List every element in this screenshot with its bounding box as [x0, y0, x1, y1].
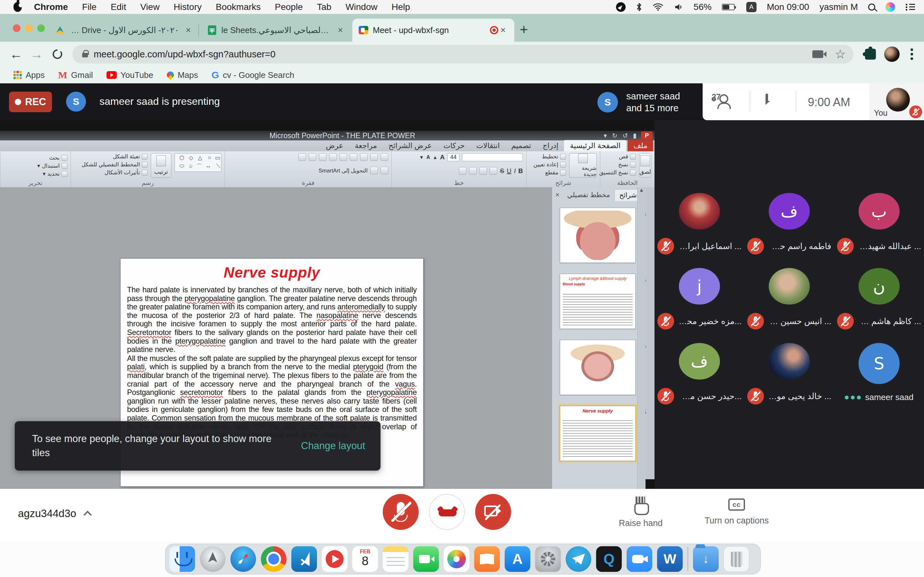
input-source-icon[interactable]: A — [746, 2, 756, 12]
font-color-button[interactable] — [459, 167, 467, 175]
participant-tile[interactable]: ف فاطمه راسم حسين — [744, 179, 834, 255]
tab-google-sheets[interactable]: le Sheets.الجدول الصباحي الاسبوعي × — [201, 19, 352, 42]
menu-bookmarks[interactable]: Bookmarks — [216, 2, 260, 12]
quick-access-toolbar[interactable]: ▾↻↺▮ — [604, 132, 636, 139]
copy-button[interactable]: نسخ — [599, 161, 636, 168]
chrome-profile-avatar[interactable] — [884, 47, 900, 62]
char-spacing-button[interactable] — [479, 167, 487, 175]
menu-history[interactable]: History — [174, 2, 202, 12]
address-bar[interactable]: meet.google.com/upd-wbxf-sgn?authuser=0 … — [73, 45, 853, 63]
dock-books-icon[interactable] — [474, 546, 500, 572]
participant-tile[interactable]: ف ...حيدر حسن محسن — [654, 330, 744, 405]
bookmark-youtube[interactable]: YouTube — [107, 70, 153, 80]
participant-tile[interactable]: ... اسماعيل ابراهيم — [654, 179, 744, 255]
ribbon-tab-file[interactable]: ملف — [628, 140, 653, 151]
slide-thumbnail-15[interactable]: 15 — [560, 340, 636, 395]
tab-meet-active[interactable]: Meet - upd-wbxf-sgn × — [352, 19, 514, 42]
change-case-button[interactable] — [469, 167, 477, 175]
menu-window[interactable]: Window — [346, 2, 378, 12]
chat-button[interactable] — [766, 95, 768, 101]
close-tab-icon[interactable]: × — [498, 25, 508, 35]
bluetooth-icon[interactable] — [636, 2, 642, 12]
slide-thumbnail-16-current[interactable]: Nerve supply 16 — [560, 406, 636, 461]
url-text[interactable]: meet.google.com/upd-wbxf-sgn?authuser=0 — [94, 49, 276, 60]
dock-calendar-icon[interactable]: FEB8 — [352, 546, 378, 572]
section-button[interactable]: مقطع — [533, 169, 566, 176]
participant-tile-presenter[interactable]: S sameer saad — [834, 330, 924, 405]
dock-photos-icon[interactable] — [444, 546, 469, 572]
powerpoint-title-bar[interactable]: Microsoft PowerPoint - THE PLATE POWER ▾… — [0, 131, 654, 140]
slide-thumbnail-13[interactable]: 13 — [560, 208, 636, 263]
dock-appstore-icon[interactable]: A — [505, 546, 530, 572]
numbering-button[interactable] — [370, 153, 378, 161]
align-right-button[interactable] — [339, 153, 347, 161]
camera-permission-icon[interactable] — [813, 50, 823, 58]
dock-facetime-icon[interactable] — [413, 546, 439, 572]
ribbon-tab-transitions[interactable]: انتقالات — [470, 140, 505, 151]
format-painter-button[interactable]: نسخ التنسيق — [599, 169, 636, 176]
dock-q-app-icon[interactable]: Q — [596, 546, 622, 572]
menu-edit[interactable]: Edit — [111, 2, 126, 12]
layout-button[interactable]: تخطيط — [533, 153, 566, 160]
indent-button[interactable] — [360, 153, 368, 161]
menu-view[interactable]: View — [140, 2, 160, 12]
dock-notes-icon[interactable] — [383, 546, 409, 572]
you-tile[interactable]: You — [869, 83, 924, 120]
ribbon-tab-home[interactable]: الصفحة الرئيسية — [564, 140, 626, 151]
replace-button[interactable]: استبدال ▾ — [37, 163, 67, 169]
dock-system-preferences-icon[interactable] — [535, 546, 561, 572]
align-center-button[interactable] — [329, 153, 337, 161]
shape-fill-button[interactable]: تعبئة الشكل — [81, 153, 148, 160]
shape-effects-button[interactable]: تأثيرات الأشكال — [81, 169, 148, 176]
dock-safari-icon[interactable] — [230, 546, 256, 572]
change-layout-button[interactable]: Change layout — [301, 440, 365, 452]
menu-app-name[interactable]: Chrome — [34, 2, 68, 12]
bookmark-star-icon[interactable]: ☆ — [835, 49, 846, 59]
bookmark-gmail[interactable]: M Gmail — [58, 69, 93, 81]
participant-tile[interactable]: ن ... كاظم هاشم عباس — [834, 255, 924, 330]
paste-button[interactable]: لصق — [639, 153, 651, 177]
columns-button[interactable] — [298, 153, 306, 161]
bookmark-apps[interactable]: Apps — [13, 70, 45, 80]
captions-button[interactable]: Turn on captions — [701, 496, 772, 526]
leave-call-button[interactable] — [429, 494, 465, 530]
dock-word-icon[interactable]: W — [657, 546, 683, 572]
menubar-clock[interactable]: Mon 09:00 — [767, 2, 809, 12]
raise-hand-button[interactable]: Raise hand — [614, 496, 668, 528]
dock-media-player-icon[interactable] — [322, 546, 347, 572]
ribbon-tab-slideshow[interactable]: عرض الشرائح — [383, 140, 438, 151]
control-center-icon[interactable] — [905, 3, 915, 11]
text-direction-button[interactable] — [381, 167, 388, 174]
close-tab-icon[interactable]: × — [184, 25, 193, 35]
font-name-box[interactable] — [462, 153, 523, 161]
spotlight-icon[interactable] — [868, 3, 875, 11]
dock-launchpad-icon[interactable] — [200, 546, 226, 572]
find-button[interactable]: بحث — [37, 155, 67, 161]
chrome-menu-icon[interactable] — [911, 53, 913, 55]
dock-downloads-icon[interactable] — [693, 546, 719, 572]
location-services-icon[interactable] — [616, 2, 626, 12]
back-button[interactable]: ← — [6, 47, 26, 61]
menu-file[interactable]: File — [82, 2, 97, 12]
arrange-button[interactable]: ترتيب — [151, 153, 171, 177]
reload-button[interactable] — [53, 49, 62, 59]
bookmark-maps[interactable]: Maps — [167, 70, 198, 80]
line-spacing-button[interactable] — [350, 153, 357, 161]
zoom-window-button[interactable] — [37, 24, 45, 32]
tab-outline[interactable]: مخطط تفصيلي — [563, 189, 614, 201]
lock-icon[interactable] — [82, 53, 88, 57]
font-size-box[interactable]: 44 — [447, 153, 459, 161]
ribbon-tab-review[interactable]: مراجعة — [349, 140, 383, 151]
camera-toggle-button[interactable] — [475, 494, 511, 530]
minimize-window-button[interactable] — [25, 24, 33, 32]
mic-toggle-button[interactable] — [383, 494, 419, 530]
menu-tab[interactable]: Tab — [317, 2, 331, 12]
align-text-button[interactable] — [370, 167, 378, 174]
meeting-code[interactable]: agzu344d3o — [18, 508, 90, 520]
siri-icon[interactable] — [885, 2, 895, 12]
dock-vscode-icon[interactable] — [291, 546, 317, 572]
smartart-convert-button[interactable]: التحويل إلى SmartArt — [318, 167, 368, 174]
dock-telegram-icon[interactable] — [565, 546, 591, 572]
new-slide-button[interactable]: شريحة جديدة — [569, 153, 597, 177]
menu-help[interactable]: Help — [391, 2, 410, 12]
